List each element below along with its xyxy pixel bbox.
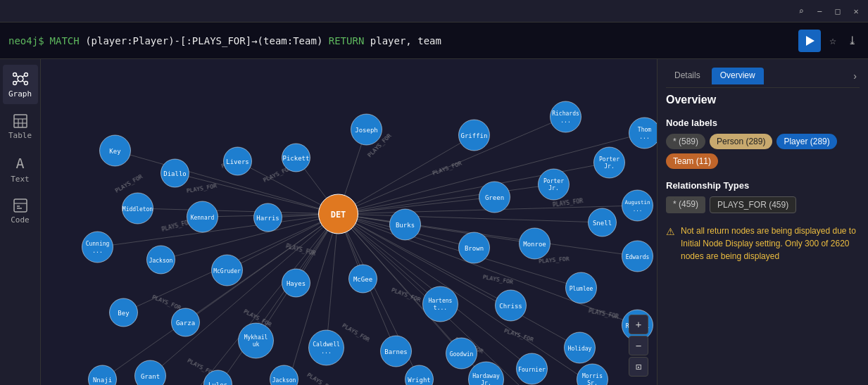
tab-details[interactable]: Details [666, 68, 709, 84]
svg-text:Diallo: Diallo [163, 170, 187, 177]
svg-line-28 [339, 197, 495, 214]
sidebar-code-label: Code [11, 215, 30, 225]
zoom-fit-button[interactable]: ⊡ [629, 357, 648, 377]
node-label-all[interactable]: * (589) [666, 134, 705, 149]
svg-text:Fournier: Fournier [518, 367, 546, 373]
svg-text:Cunning: Cunning [86, 241, 110, 247]
svg-text:Porter: Porter [543, 178, 564, 184]
svg-text:Richards: Richards [552, 111, 579, 117]
svg-text:Plumlee: Plumlee [570, 286, 593, 292]
svg-line-33 [339, 214, 535, 244]
zoom-in-button[interactable]: + [629, 315, 648, 334]
minimize-icon[interactable]: − [813, 5, 826, 18]
svg-text:Harris: Harris [256, 215, 279, 222]
svg-point-122 [622, 190, 653, 221]
svg-text:Morris: Morris [582, 373, 603, 379]
svg-text:Thom: Thom [638, 127, 651, 133]
svg-text:Hardaway: Hardaway [472, 373, 500, 379]
svg-point-137 [423, 286, 458, 322]
svg-text:Middleton: Middleton [122, 206, 153, 213]
svg-text:PLAYS_FOR: PLAYS_FOR [391, 286, 422, 303]
svg-text:...: ... [92, 248, 102, 254]
svg-rect-14 [14, 199, 27, 212]
zoom-out-button[interactable]: − [629, 336, 648, 355]
svg-text:Augustin: Augustin [624, 199, 650, 206]
keyword-return: RETURN [329, 35, 370, 46]
keyword-match: MATCH [50, 35, 86, 46]
svg-text:...: ... [321, 348, 331, 355]
run-button[interactable] [798, 30, 821, 52]
svg-text:Snell: Snell [593, 220, 612, 227]
download-button[interactable]: ⤓ [845, 31, 860, 50]
svg-text:PLAYS_FOR: PLAYS_FOR [482, 274, 513, 285]
sidebar-item-graph[interactable]: Graph [3, 65, 38, 104]
svg-text:...: ... [633, 206, 643, 213]
search-icon[interactable]: ⌕ [795, 5, 807, 18]
svg-text:Goodwin: Goodwin [450, 351, 474, 358]
code-icon [13, 198, 27, 213]
svg-point-149 [309, 330, 344, 365]
node-label-player[interactable]: Player (289) [776, 134, 836, 149]
svg-text:Hartens: Hartens [429, 298, 453, 304]
svg-text:Jackson: Jackson [272, 377, 296, 384]
node-labels-container: * (589) Person (289) Player (289) Team (… [666, 134, 860, 169]
panel-tabs: Details Overview › [666, 68, 860, 88]
query-text[interactable]: MATCH (player:Player)-[:PLAYS_FOR]→(team… [50, 35, 793, 46]
svg-text:Burks: Burks [396, 222, 415, 229]
svg-point-96 [551, 101, 581, 132]
svg-text:McGee: McGee [353, 276, 372, 283]
node-label-team[interactable]: Team (11) [666, 153, 718, 169]
svg-text:PLAYS_FOR: PLAYS_FOR [306, 372, 335, 385]
play-icon [806, 36, 814, 46]
sidebar-graph-label: Graph [8, 89, 32, 99]
svg-line-27 [339, 184, 554, 214]
svg-point-102 [594, 147, 625, 178]
svg-line-62 [103, 214, 339, 379]
svg-point-2 [24, 72, 27, 76]
maximize-icon[interactable]: □ [831, 5, 844, 18]
svg-text:Jr.: Jr. [548, 185, 558, 191]
graph-area[interactable]: PLAYS_FOR PLAYS_FOR PLAYS_FOR PLAYS_FOR … [41, 59, 657, 385]
svg-text:Green: Green [485, 194, 504, 201]
close-icon[interactable]: ✕ [850, 5, 862, 18]
svg-text:Barnes: Barnes [384, 348, 408, 355]
rel-badge-all[interactable]: * (459) [666, 196, 705, 213]
svg-text:PLAYS_FOR: PLAYS_FOR [539, 255, 570, 265]
svg-text:Bey: Bey [118, 310, 130, 317]
sidebar-table-label: Table [8, 131, 32, 140]
sidebar-item-table[interactable]: Table [3, 107, 38, 146]
svg-text:PLAYS_FOR: PLAYS_FOR [432, 160, 463, 177]
zoom-controls: + − ⊡ [629, 315, 648, 377]
svg-rect-9 [14, 115, 27, 127]
svg-text:Livers: Livers [226, 158, 249, 165]
node-label-person[interactable]: Person (289) [710, 134, 772, 149]
svg-text:Key: Key [109, 148, 121, 155]
overview-header: Overview [666, 94, 860, 106]
svg-text:Chriss: Chriss [499, 303, 522, 310]
svg-text:Grant: Grant [141, 373, 160, 380]
svg-text:Kennard: Kennard [191, 215, 215, 221]
svg-point-3 [13, 81, 16, 84]
sidebar: Graph Table A Text Code [0, 59, 41, 385]
svg-text:PLAYS_FOR: PLAYS_FOR [114, 173, 144, 194]
node-labels-section: Node labels [666, 118, 860, 128]
sidebar-item-code[interactable]: Code [3, 191, 38, 231]
sidebar-item-text[interactable]: A Text [3, 149, 38, 189]
tab-overview[interactable]: Overview [712, 68, 764, 84]
svg-point-1 [13, 72, 16, 76]
svg-text:PLAYS_FOR: PLAYS_FOR [588, 308, 619, 320]
svg-text:Joseph: Joseph [355, 127, 378, 134]
svg-text:Caldwell: Caldwell [313, 341, 340, 348]
svg-line-23 [339, 135, 474, 214]
svg-text:McGruder: McGruder [213, 268, 241, 274]
panel-expand-button[interactable]: › [850, 68, 860, 84]
svg-text:Garza: Garza [176, 320, 195, 327]
svg-text:uk: uk [253, 341, 260, 348]
rel-badge-plays-for[interactable]: PLAYS_FOR (459) [710, 196, 796, 213]
svg-text:DET: DET [331, 210, 346, 220]
favorite-button[interactable]: ☆ [826, 31, 839, 50]
svg-text:PLAYS_FOR: PLAYS_FOR [341, 322, 371, 343]
svg-text:Mykhail: Mykhail [244, 334, 268, 341]
svg-point-105 [539, 169, 570, 200]
sidebar-text-label: Text [11, 175, 30, 184]
